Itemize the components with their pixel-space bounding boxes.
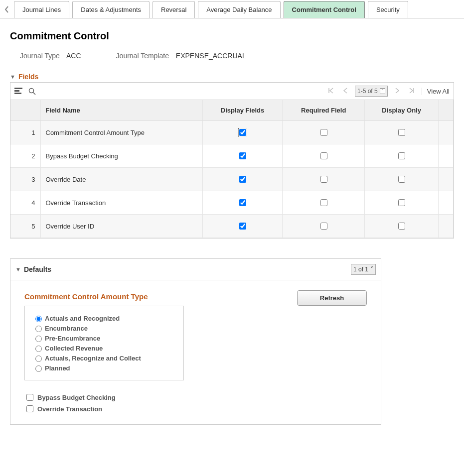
table-row: 2Bypass Budget Checking: [10, 144, 454, 168]
svg-line-4: [33, 92, 36, 95]
amount-type-option[interactable]: Encumbrance: [33, 324, 175, 332]
first-page-button[interactable]: [326, 87, 336, 96]
col-field-name[interactable]: Field Name: [40, 100, 202, 121]
amount-type-label: Pre-Encumbrance: [45, 335, 100, 342]
svg-rect-1: [14, 90, 19, 92]
tab-security[interactable]: Security: [368, 1, 408, 18]
fields-section-toggle[interactable]: ▼ Fields: [10, 73, 454, 81]
field-name-cell: Override User ID: [40, 215, 202, 238]
field-name-cell: Override Transaction: [40, 191, 202, 215]
tabs-back-button[interactable]: [0, 1, 14, 18]
row-number: 4: [10, 191, 40, 215]
page-title: Commitment Control: [10, 30, 454, 42]
table-row: 3Override Date: [10, 168, 454, 191]
tab-journal-lines[interactable]: Journal Lines: [14, 1, 69, 18]
chevron-down-icon: ˅: [370, 266, 373, 273]
amount-type-option[interactable]: Actuals, Recognize and Collect: [33, 354, 175, 362]
display-only-checkbox[interactable]: [398, 152, 405, 159]
display-fields-checkbox[interactable]: [239, 129, 246, 136]
display-only-checkbox[interactable]: [398, 199, 405, 206]
tab-reversal[interactable]: Reversal: [153, 1, 195, 18]
amount-type-radio[interactable]: [35, 365, 42, 372]
amount-type-radio-group: Actuals and RecognizedEncumbrancePre-Enc…: [24, 306, 184, 380]
tab-average-daily-balance[interactable]: Average Daily Balance: [198, 1, 280, 18]
default-checkbox[interactable]: [26, 405, 33, 412]
display-fields-checkbox[interactable]: [239, 223, 246, 230]
display-fields-checkbox[interactable]: [239, 176, 246, 183]
page-range-select[interactable]: 1-5 of 5 ˅: [355, 86, 388, 97]
header-fields: Journal Type ACC Journal Template EXPENS…: [20, 52, 454, 60]
defaults-pager[interactable]: 1 of 1 ˅: [351, 264, 376, 275]
view-all-link[interactable]: View All: [422, 88, 450, 95]
amount-type-radio[interactable]: [35, 356, 42, 362]
default-checkbox-label: Bypass Budget Checking: [37, 394, 116, 401]
display-only-checkbox[interactable]: [398, 129, 405, 136]
amount-type-radio[interactable]: [35, 316, 42, 322]
display-fields-checkbox[interactable]: [239, 152, 246, 159]
prev-page-button[interactable]: [341, 87, 350, 96]
amount-type-label: Planned: [45, 364, 70, 372]
defaults-header[interactable]: ▼ Defaults 1 of 1 ˅: [10, 259, 381, 280]
field-name-cell: Commitment Control Amount Type: [40, 121, 202, 144]
table-row: 1Commitment Control Amount Type: [10, 121, 454, 144]
refresh-button[interactable]: Refresh: [297, 290, 367, 306]
defaults-panel: ▼ Defaults 1 of 1 ˅ Refresh Commitment C…: [10, 258, 381, 425]
svg-rect-2: [14, 93, 21, 94]
triangle-down-icon: ▼: [15, 266, 21, 272]
amount-type-option[interactable]: Planned: [33, 364, 175, 372]
amount-type-label: Actuals, Recognize and Collect: [45, 355, 141, 362]
col-display-only[interactable]: Display Only: [365, 100, 439, 121]
amount-type-option[interactable]: Collected Revenue: [33, 344, 175, 352]
svg-point-3: [29, 88, 34, 93]
amount-type-radio[interactable]: [35, 336, 42, 342]
last-page-button[interactable]: [407, 87, 417, 96]
display-only-checkbox[interactable]: [398, 176, 405, 183]
field-name-cell: Bypass Budget Checking: [40, 144, 202, 168]
tab-commitment-control[interactable]: Commitment Control: [284, 1, 365, 18]
grid-toolbar: 1-5 of 5 ˅ View All: [10, 83, 454, 100]
tab-dates-adjustments[interactable]: Dates & Adjustments: [72, 1, 150, 18]
fields-section-title: Fields: [18, 73, 38, 81]
default-checkbox-row: Override Transaction: [24, 404, 367, 414]
required-field-checkbox[interactable]: [320, 176, 327, 183]
fields-table: Field Name Display Fields Required Field…: [10, 100, 454, 238]
amount-type-label: Encumbrance: [45, 325, 88, 332]
required-field-checkbox[interactable]: [320, 199, 327, 206]
field-name-cell: Override Date: [40, 168, 202, 191]
next-page-button[interactable]: [393, 87, 402, 96]
table-row: 4Override Transaction: [10, 191, 454, 215]
amount-type-label: Collected Revenue: [45, 345, 103, 352]
row-number: 5: [10, 215, 40, 238]
required-field-checkbox[interactable]: [320, 223, 327, 230]
required-field-checkbox[interactable]: [320, 152, 327, 159]
default-checkbox[interactable]: [26, 394, 33, 401]
display-only-checkbox[interactable]: [398, 223, 405, 230]
defaults-title: Defaults: [24, 265, 51, 273]
personalize-icon[interactable]: [14, 88, 22, 95]
journal-template-value: EXPENSE_ACCRUAL: [176, 52, 246, 60]
svg-rect-0: [14, 88, 22, 89]
journal-type-value: ACC: [66, 52, 81, 60]
tab-bar: Journal Lines Dates & Adjustments Revers…: [0, 0, 464, 18]
row-number: 2: [10, 144, 40, 168]
page-range-text: 1-5 of 5: [357, 88, 378, 95]
amount-type-radio[interactable]: [35, 346, 42, 352]
chevron-down-icon: ˅: [380, 88, 385, 94]
col-display-fields[interactable]: Display Fields: [202, 100, 283, 121]
amount-type-option[interactable]: Pre-Encumbrance: [33, 334, 175, 342]
amount-type-label: Actuals and Recognized: [45, 315, 120, 322]
display-fields-checkbox[interactable]: [239, 199, 246, 206]
default-checkbox-row: Bypass Budget Checking: [24, 392, 367, 402]
search-icon[interactable]: [28, 88, 36, 95]
default-checkbox-label: Override Transaction: [37, 405, 102, 413]
required-field-checkbox[interactable]: [320, 129, 327, 136]
amount-type-option[interactable]: Actuals and Recognized: [33, 314, 175, 322]
journal-template-label: Journal Template: [116, 52, 169, 60]
col-required-field[interactable]: Required Field: [283, 100, 365, 121]
amount-type-radio[interactable]: [35, 326, 42, 332]
fields-grid: 1-5 of 5 ˅ View All Field Name Display F…: [10, 82, 454, 238]
triangle-down-icon: ▼: [10, 74, 15, 80]
table-row: 5Override User ID: [10, 215, 454, 238]
defaults-pager-text: 1 of 1: [353, 266, 368, 273]
row-number: 3: [10, 168, 40, 191]
